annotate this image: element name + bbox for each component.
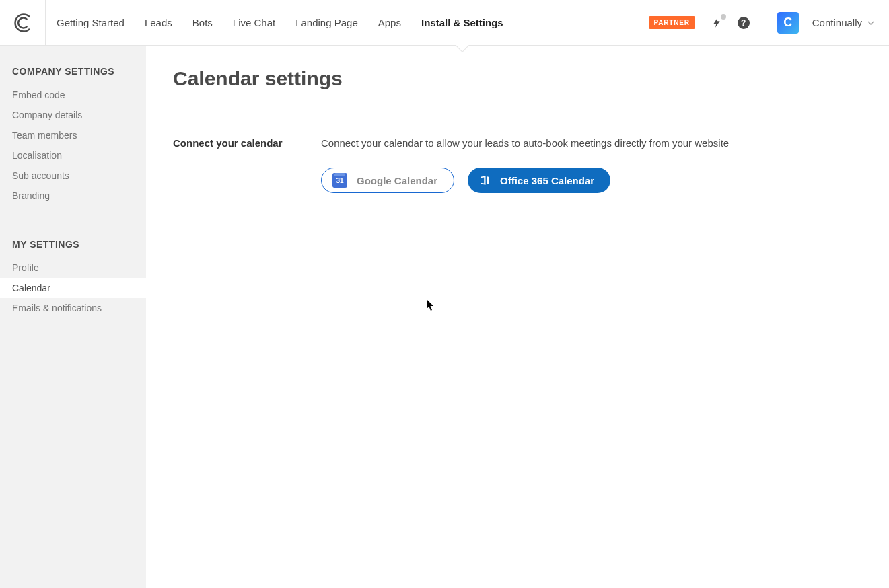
- main-nav: Getting Started Leads Bots Live Chat Lan…: [57, 0, 503, 45]
- sidebar-heading-company: COMPANY SETTINGS: [0, 66, 146, 85]
- nav-label: Apps: [378, 17, 401, 28]
- nav-label: Install & Settings: [421, 17, 503, 28]
- sidebar-item-embed-code[interactable]: Embed code: [0, 85, 146, 105]
- section-description: Connect your calendar to allow your lead…: [321, 137, 862, 149]
- page-title: Calendar settings: [173, 67, 862, 90]
- lightning-icon: [711, 17, 722, 28]
- sidebar-item-localisation[interactable]: Localisation: [0, 145, 146, 166]
- header-actions: ? C Continually: [710, 12, 874, 34]
- account-avatar[interactable]: C: [777, 12, 799, 34]
- notification-dot-icon: [721, 14, 726, 20]
- sidebar-item-team-members[interactable]: Team members: [0, 125, 146, 145]
- sidebar-item-calendar[interactable]: Calendar: [0, 278, 146, 298]
- calendar-buttons: 31 Google Calendar Office 365 Calendar: [321, 168, 862, 193]
- chevron-down-icon: [867, 20, 874, 26]
- continually-logo-icon: [13, 13, 33, 33]
- top-nav: Getting Started Leads Bots Live Chat Lan…: [0, 0, 889, 46]
- office365-calendar-label: Office 365 Calendar: [500, 175, 594, 186]
- connect-calendar-section: Connect your calendar Connect your calen…: [173, 137, 862, 227]
- sidebar-item-label: Profile: [12, 262, 39, 273]
- sidebar-separator: [0, 221, 146, 221]
- nav-bots[interactable]: Bots: [192, 0, 213, 45]
- sidebar-item-label: Emails & notifications: [12, 303, 102, 314]
- nav-install-settings[interactable]: Install & Settings: [421, 0, 503, 45]
- sidebar-heading-my: MY SETTINGS: [0, 239, 146, 258]
- nav-leads[interactable]: Leads: [145, 0, 172, 45]
- google-calendar-icon: 31: [332, 173, 347, 188]
- avatar-letter: C: [783, 15, 792, 30]
- sidebar-item-branding[interactable]: Branding: [0, 186, 146, 206]
- office365-icon: [478, 174, 491, 186]
- sidebar-item-profile[interactable]: Profile: [0, 258, 146, 278]
- sidebar-item-company-details[interactable]: Company details: [0, 105, 146, 125]
- nav-live-chat[interactable]: Live Chat: [233, 0, 275, 45]
- nav-label: Landing Page: [295, 17, 358, 28]
- google-calendar-button[interactable]: 31 Google Calendar: [321, 168, 454, 193]
- help-button[interactable]: ?: [737, 16, 750, 30]
- sidebar-item-label: Team members: [12, 130, 77, 141]
- google-calendar-label: Google Calendar: [357, 175, 437, 186]
- settings-sidebar: COMPANY SETTINGS Embed code Company deta…: [0, 46, 146, 588]
- nav-landing-page[interactable]: Landing Page: [295, 0, 358, 45]
- sidebar-item-label: Embed code: [12, 89, 65, 100]
- help-icon: ?: [738, 17, 750, 29]
- account-menu[interactable]: Continually: [812, 17, 874, 28]
- main-content: Calendar settings Connect your calendar …: [146, 46, 889, 588]
- notifications-button[interactable]: [710, 16, 723, 30]
- nav-apps[interactable]: Apps: [378, 0, 401, 45]
- nav-label: Getting Started: [57, 17, 125, 28]
- nav-label: Live Chat: [233, 17, 275, 28]
- sidebar-item-sub-accounts[interactable]: Sub accounts: [0, 166, 146, 186]
- nav-getting-started[interactable]: Getting Started: [57, 0, 125, 45]
- account-name-label: Continually: [812, 17, 862, 28]
- sidebar-item-emails-notifications[interactable]: Emails & notifications: [0, 298, 146, 318]
- sidebar-item-label: Company details: [12, 110, 82, 120]
- nav-label: Bots: [192, 17, 213, 28]
- section-label: Connect your calendar: [173, 137, 321, 193]
- sidebar-item-label: Sub accounts: [12, 170, 69, 181]
- logo[interactable]: [0, 0, 46, 46]
- sidebar-item-label: Branding: [12, 190, 50, 201]
- office365-calendar-button[interactable]: Office 365 Calendar: [468, 168, 610, 193]
- nav-label: Leads: [145, 17, 172, 28]
- sidebar-item-label: Localisation: [12, 150, 62, 161]
- partner-badge: PARTNER: [649, 16, 695, 29]
- sidebar-item-label: Calendar: [12, 283, 50, 293]
